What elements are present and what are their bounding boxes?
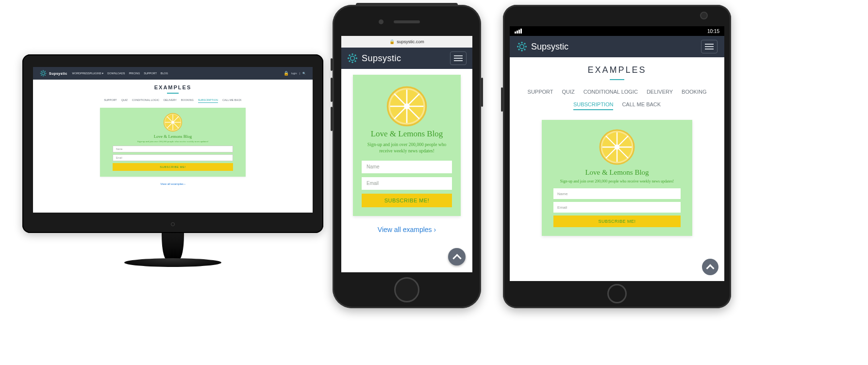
brand-text: Supsystic [49,72,67,75]
browser-url-bar[interactable]: 🔒 supsystic.com [341,36,472,48]
monitor-stand [162,233,184,259]
gear-icon [347,53,358,64]
subscribe-button[interactable]: SUBSCRIBE ME! [553,216,681,227]
power-button-icon [481,78,483,107]
separator: | [300,72,300,75]
tab-subscription[interactable]: SUBSCRIPTION [573,101,614,110]
desktop-body: EXAMPLES SUPPORT QUIZ CONDITIONAL LOGIC … [33,80,313,192]
phone-frame: 🔒 supsystic.com Supsystic Love & Lemons … [333,5,481,308]
mute-switch-icon [331,58,333,71]
brand-text[interactable]: Supsystic [362,53,401,64]
nav-item[interactable]: SUPPORT [144,72,157,75]
menu-button[interactable] [450,51,467,65]
monitor-bezel: Supsystic WORDPRESSPLUGINS ▾ DOWNLOADS P… [22,54,323,233]
side-button-icon [501,87,503,112]
tab-conditional-logic[interactable]: CONDITIONAL LOGIC [584,89,638,95]
tab-support[interactable]: SUPPORT [528,89,553,95]
lock-icon: 🔒 [389,39,395,44]
tablet-screen: 10:15 Supsystic EXAMPLES SUPPORT QUIZ CO… [510,26,724,281]
phone-body-content: Love & Lemons Blog Sign-up and join over… [341,69,472,241]
lemon-icon [599,129,635,166]
example-tabs: SUPPORT QUIZ CONDITIONAL LOGIC DELIVERY … [33,99,313,103]
tab-call-me-back[interactable]: CALL ME BACK [622,101,661,110]
name-field[interactable]: Name [553,188,681,199]
hamburger-icon [454,55,463,56]
email-field[interactable]: Email [553,202,681,213]
subscription-form-card: Love & Lemons Blog Sign-up and join over… [100,108,246,177]
site-header: Supsystic [510,36,724,57]
tab-delivery[interactable]: DELIVERY [164,99,177,103]
name-field[interactable]: Name [113,146,233,152]
tablet-frame: 10:15 Supsystic EXAMPLES SUPPORT QUIZ CO… [503,5,731,308]
scroll-to-top-button[interactable] [702,259,718,275]
tab-support[interactable]: SUPPORT [104,99,117,103]
tab-delivery[interactable]: DELIVERY [647,89,673,95]
gear-icon [40,70,47,77]
form-heading: Love & Lemons Blog [553,168,681,177]
home-button[interactable] [607,284,627,303]
tab-quiz[interactable]: QUIZ [562,89,575,95]
tab-booking[interactable]: BOOKING [181,99,194,103]
form-subtext: Sign-up and join over 200,000 people who… [113,140,233,143]
subscribe-button[interactable]: SUBSCRIBE ME! [362,194,452,207]
form-heading: Love & Lemons Blog [362,129,452,139]
nav-item[interactable]: WORDPRESSPLUGINS ▾ [72,72,104,75]
site-header: Supsystic [341,48,472,69]
volume-up-icon [331,78,333,102]
tab-quiz[interactable]: QUIZ [121,99,128,103]
name-field[interactable]: Name [362,161,452,173]
form-subtext: Sign-up and join over 200,000 people who… [362,142,452,155]
search-icon[interactable]: 🔍 [302,72,306,75]
front-camera-icon [700,12,708,19]
phone-screen: 🔒 supsystic.com Supsystic Love & Lemons … [341,36,472,272]
brand[interactable]: Supsystic [40,70,67,77]
subscribe-button[interactable]: SUBSCRIBE ME! [113,163,233,171]
site-header: Supsystic WORDPRESSPLUGINS ▾ DOWNLOADS P… [33,67,313,80]
tab-subscription[interactable]: SUBSCRIPTION [198,99,218,103]
tablet-body: 10:15 Supsystic EXAMPLES SUPPORT QUIZ CO… [503,5,731,308]
menu-button[interactable] [701,40,718,53]
tablet-body-content: EXAMPLES SUPPORT QUIZ CONDITIONAL LOGIC … [510,57,724,244]
subscription-form-card: Love & Lemons Blog Sign-up and join over… [353,75,461,216]
front-camera-icon [379,19,384,24]
status-bar: 10:15 [510,26,724,36]
page-title: EXAMPLES [33,84,313,94]
home-button[interactable] [394,277,419,302]
example-tabs: SUPPORT QUIZ CONDITIONAL LOGIC DELIVERY … [514,89,720,110]
nav-item[interactable]: DOWNLOADS [107,72,125,75]
tab-call-me-back[interactable]: CALL ME BACK [222,99,242,103]
scroll-to-top-button[interactable] [448,248,466,265]
nav-item[interactable]: PRICING [129,72,140,75]
form-heading: Love & Lemons Blog [113,134,233,139]
phone-body: 🔒 supsystic.com Supsystic Love & Lemons … [333,5,481,308]
brand-text[interactable]: Supsystic [531,42,568,52]
page-title: EXAMPLES [514,65,720,80]
hamburger-icon [705,44,714,45]
tab-conditional-logic[interactable]: CONDITIONAL LOGIC [132,99,159,103]
gear-icon [517,41,527,52]
volume-down-icon [331,107,333,131]
desktop-screen: Supsystic WORDPRESSPLUGINS ▾ DOWNLOADS P… [33,67,313,213]
status-time: 10:15 [707,29,719,34]
view-all-link[interactable]: View all examples › [353,226,461,233]
url-host: supsystic.com [397,39,424,44]
desktop-monitor-frame: Supsystic WORDPRESSPLUGINS ▾ DOWNLOADS P… [22,54,323,267]
speaker-icon [394,20,420,23]
primary-nav: WORDPRESSPLUGINS ▾ DOWNLOADS PRICING SUP… [72,72,168,75]
subscription-form-card: Love & Lemons Blog Sign-up and join over… [542,120,692,236]
lock-icon: 🔒 [284,71,289,76]
login-link[interactable]: login [291,72,297,75]
lemon-icon [163,113,183,132]
tab-booking[interactable]: BOOKING [682,89,706,95]
email-field[interactable]: Email [362,177,452,190]
lemon-icon [386,85,428,127]
nav-item[interactable]: BLOG [161,72,168,75]
monitor-base [124,258,221,267]
form-subtext: Sign-up and join over 200,000 people who… [553,179,681,183]
header-right: 🔒 login | 🔍 [284,71,306,76]
signal-icon [515,29,522,33]
view-all-link[interactable]: View all examples › [33,182,313,185]
email-field[interactable]: Email [113,154,233,161]
power-led-icon [171,222,175,226]
